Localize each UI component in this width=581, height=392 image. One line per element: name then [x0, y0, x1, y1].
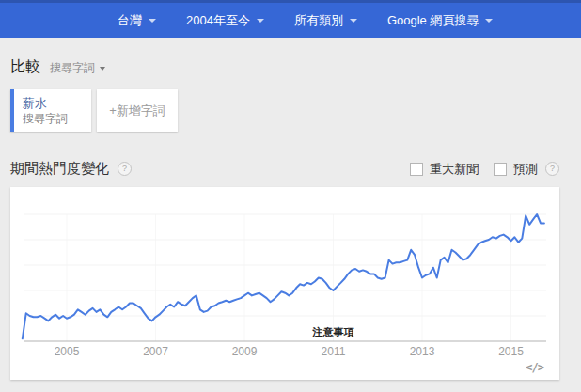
add-term-label: +新增字詞	[109, 102, 165, 119]
x-axis-tick-label: 2009	[232, 345, 258, 358]
category-dropdown-label: 所有類別	[294, 12, 343, 29]
x-axis-tick-label: 2015	[498, 345, 524, 358]
headlines-label: 重大新聞	[430, 161, 479, 178]
terms-row: 薪水 搜尋字詞 +新增字詞	[10, 89, 581, 132]
compare-mode-dropdown[interactable]: 搜尋字詞	[50, 60, 105, 76]
x-axis-tick-label: 2005	[55, 345, 80, 358]
search-type-dropdown-label: Google 網頁搜尋	[387, 12, 479, 29]
forecast-label: 預測	[513, 161, 538, 178]
help-icon[interactable]: ?	[545, 162, 559, 176]
forecast-toggle[interactable]: 預測	[494, 161, 538, 178]
help-icon[interactable]: ?	[118, 162, 132, 176]
x-axis-tick-label: 2011	[322, 345, 346, 358]
term-card-salary[interactable]: 薪水 搜尋字詞	[10, 89, 91, 132]
chart-options: 重大新聞 預測 ?	[410, 161, 559, 178]
time-range-dropdown[interactable]: 2004年至今	[186, 12, 264, 29]
interest-over-time-header: 期間熱門度變化 ? 重大新聞 預測 ?	[10, 160, 559, 178]
search-type-dropdown[interactable]: Google 網頁搜尋	[387, 12, 494, 29]
forecast-checkbox[interactable]	[494, 163, 507, 176]
geo-dropdown-label: 台灣	[118, 12, 142, 29]
compare-mode-label: 搜尋字詞	[50, 60, 95, 76]
google-trends-page: 台灣 2004年至今 所有類別 Google 網頁搜尋 比較 搜尋字詞 薪水 搜…	[0, 0, 581, 380]
add-term-button[interactable]: +新增字詞	[97, 89, 178, 132]
chevron-down-icon	[350, 19, 357, 23]
chevron-down-icon	[100, 67, 105, 71]
headlines-checkbox[interactable]	[410, 163, 423, 176]
section-title: 期間熱門度變化	[10, 160, 109, 178]
compare-title: 比較	[10, 57, 40, 77]
interest-over-time-chart: 200520072009201120132015注意事項 </>	[10, 187, 559, 380]
trend-line-series	[23, 214, 544, 338]
x-axis-tick-label: 2007	[143, 345, 168, 358]
term-name: 薪水	[23, 95, 91, 111]
term-type-label: 搜尋字詞	[23, 111, 91, 126]
x-axis-tick-label: 2013	[410, 345, 435, 358]
time-range-dropdown-label: 2004年至今	[186, 12, 250, 29]
compare-header: 比較 搜尋字詞	[10, 57, 581, 77]
category-dropdown[interactable]: 所有類別	[294, 12, 357, 29]
trend-line-chart: 200520072009201120132015注意事項	[10, 187, 559, 380]
chevron-down-icon	[485, 19, 493, 23]
chart-annotation: 注意事項	[312, 326, 355, 338]
top-bar: 台灣 2004年至今 所有類別 Google 網頁搜尋	[0, 0, 581, 38]
headlines-toggle[interactable]: 重大新聞	[410, 161, 479, 178]
geo-dropdown[interactable]: 台灣	[118, 12, 156, 29]
embed-code-icon[interactable]: </>	[526, 361, 543, 374]
chevron-down-icon	[257, 19, 264, 23]
chevron-down-icon	[149, 19, 156, 23]
